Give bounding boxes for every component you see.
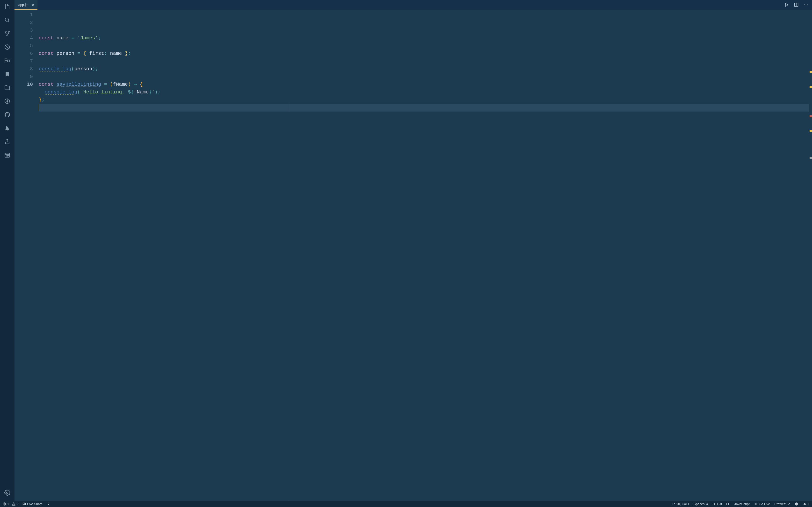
code-line[interactable]: const sayHelloLinting = (fName) ⇒ { (39, 80, 809, 89)
status-feedback-icon[interactable] (795, 502, 799, 506)
status-go-live[interactable]: Go Live (754, 502, 770, 506)
status-encoding[interactable]: UTF-8 (713, 502, 722, 506)
status-problems[interactable]: 1 2 (2, 502, 18, 506)
status-language[interactable]: JavaScript (734, 502, 750, 506)
source-control-icon[interactable] (4, 30, 11, 37)
svg-point-23 (806, 5, 806, 5)
code-token: = (77, 51, 80, 56)
code-token: ) (128, 81, 131, 87)
bookmarks-icon[interactable] (4, 70, 11, 78)
github-icon[interactable] (4, 111, 11, 118)
code-token (131, 81, 134, 87)
code-token: ( (77, 89, 80, 95)
code-token: ; (158, 89, 160, 95)
more-icon[interactable] (803, 2, 809, 7)
editor[interactable]: 12345678910 const name = 'James';const p… (14, 10, 812, 501)
status-bar-right: Ln 10, Col 1 Spaces: 4 UTF-8 LF JavaScri… (672, 502, 810, 506)
code-line[interactable] (39, 73, 809, 80)
code-token: ` (152, 89, 155, 95)
line-number: 7 (14, 57, 33, 65)
svg-point-22 (804, 5, 805, 5)
code-line[interactable] (39, 104, 809, 112)
code-token (74, 35, 77, 41)
code-token: `Hello linting, (80, 89, 128, 95)
share-icon[interactable] (4, 138, 11, 145)
line-number: 10 (14, 80, 33, 89)
app-root: app.js ✕ 12345678910 (0, 0, 812, 507)
errors-count: 1 (7, 502, 9, 506)
code-token: = (104, 81, 107, 87)
code-token: ⇒ (134, 81, 137, 87)
code-token: : (104, 51, 107, 56)
code-area[interactable]: const name = 'James';const person = { fi… (39, 10, 809, 501)
code-token: ( (110, 81, 113, 87)
tab-bar: app.js ✕ (14, 0, 812, 10)
code-token: console (45, 89, 65, 95)
code-token: log (62, 66, 71, 72)
code-token (54, 35, 57, 41)
code-line[interactable] (39, 57, 809, 65)
code-token: ; (42, 97, 45, 103)
status-indent[interactable]: Spaces: 4 (694, 502, 708, 506)
code-token (137, 81, 140, 87)
svg-point-0 (5, 18, 8, 21)
line-number: 4 (14, 34, 33, 42)
line-number: 1 (14, 11, 33, 19)
projects-icon[interactable] (4, 84, 11, 91)
code-token: . (59, 66, 62, 72)
code-token: { (140, 81, 143, 87)
code-token: name (57, 35, 68, 41)
explorer-icon[interactable] (4, 3, 11, 10)
code-line[interactable] (39, 42, 809, 50)
search-icon[interactable] (4, 16, 11, 24)
svg-marker-19 (785, 3, 788, 6)
svg-point-2 (5, 31, 6, 32)
code-token (54, 51, 57, 56)
code-token: name (110, 51, 122, 56)
extensions-icon[interactable] (4, 57, 11, 64)
live-share-label: Live Share (27, 502, 43, 506)
status-notifications[interactable]: 1 (803, 502, 810, 506)
firebase-icon[interactable] (4, 125, 11, 132)
gitlens-icon[interactable] (4, 98, 11, 105)
code-token: { (83, 51, 86, 56)
code-line[interactable]: const name = 'James'; (39, 34, 809, 42)
status-cursor-pos[interactable]: Ln 10, Col 1 (672, 502, 690, 506)
settings-gear-icon[interactable] (4, 489, 11, 496)
code-token (68, 35, 71, 41)
split-editor-icon[interactable] (794, 2, 799, 7)
activity-icons-top (4, 3, 11, 489)
svg-line-1 (8, 21, 9, 22)
line-number: 5 (14, 42, 33, 50)
svg-point-31 (755, 503, 756, 504)
status-live-share[interactable]: Live Share (22, 502, 43, 506)
code-token (86, 51, 89, 56)
close-icon[interactable]: ✕ (31, 3, 35, 7)
browser-preview-icon[interactable] (4, 152, 11, 159)
code-line[interactable]: }; (39, 96, 809, 104)
code-line[interactable]: console.log(person); (39, 65, 809, 73)
code-token: } (39, 97, 42, 103)
overview-marker (810, 71, 812, 73)
svg-point-33 (796, 503, 797, 504)
code-token (74, 51, 77, 56)
code-token (80, 51, 83, 56)
tab-app-js[interactable]: app.js ✕ (14, 0, 38, 10)
line-number: 8 (14, 65, 33, 73)
status-quick-action[interactable] (47, 502, 50, 506)
activity-icons-bottom (4, 489, 11, 501)
svg-point-10 (7, 101, 8, 102)
status-prettier[interactable]: Prettier: (774, 502, 791, 506)
overview-marker (810, 86, 812, 88)
overview-marker (810, 115, 812, 117)
status-eol[interactable]: LF (726, 502, 730, 506)
code-line[interactable]: console.log(`Hello linting, ${fName}`); (39, 89, 809, 96)
code-line[interactable]: const person = { first: name }; (39, 50, 809, 57)
code-token: ; (128, 51, 131, 56)
debug-icon[interactable] (4, 44, 11, 51)
run-icon[interactable] (784, 2, 789, 7)
code-token: } (149, 89, 152, 95)
code-token: ) (92, 66, 95, 72)
svg-rect-6 (5, 58, 7, 60)
code-token: ${ (128, 89, 134, 95)
